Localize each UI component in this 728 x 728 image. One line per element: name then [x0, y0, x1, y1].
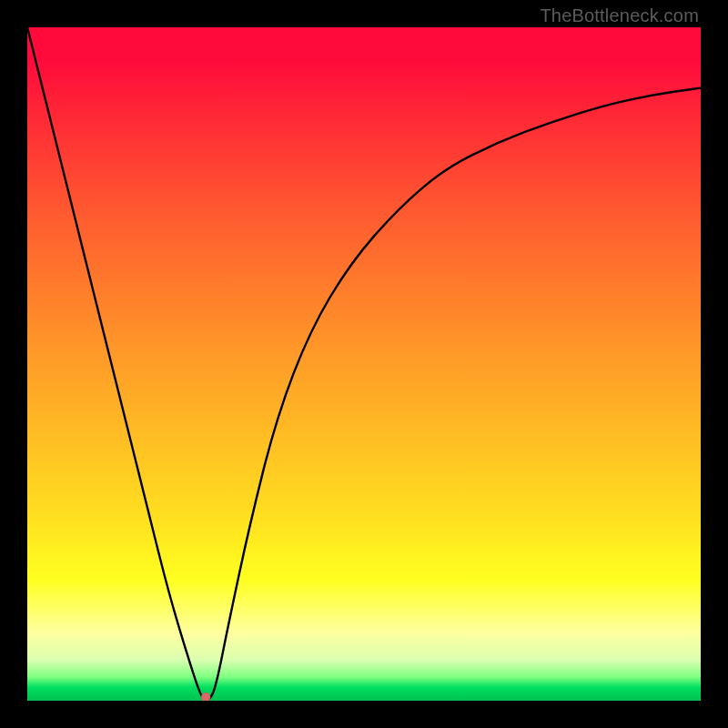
watermark-text: TheBottleneck.com	[540, 5, 699, 26]
chart-frame: TheBottleneck.com	[0, 0, 728, 728]
plot-area	[27, 27, 701, 701]
curve-layer	[27, 27, 701, 701]
minimum-marker	[201, 693, 210, 701]
bottleneck-curve	[27, 27, 701, 701]
